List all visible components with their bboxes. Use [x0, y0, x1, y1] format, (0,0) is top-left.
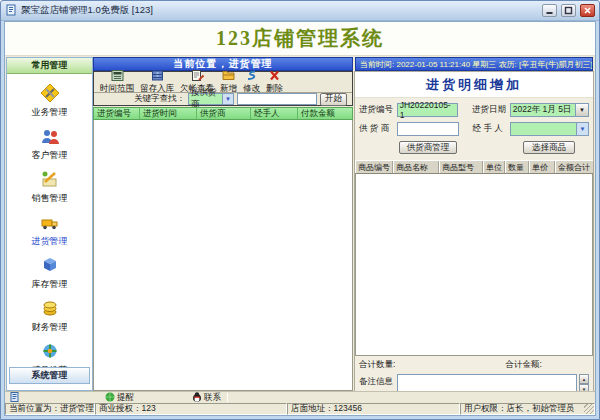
- handler-label: 经 手 人: [473, 123, 509, 135]
- globe-icon: [105, 392, 115, 404]
- app-icon: [5, 4, 17, 18]
- chevron-down-icon[interactable]: ▼: [576, 123, 588, 135]
- chevron-down-icon[interactable]: ▼: [222, 94, 233, 104]
- sidebar-item-label: 业务管理: [32, 106, 68, 119]
- column-header[interactable]: 金额合计: [555, 161, 593, 173]
- box-icon: [40, 255, 60, 277]
- bottom-toolbar: 提醒 联系: [5, 391, 595, 403]
- items-grid-body[interactable]: [355, 174, 593, 356]
- sidebar-group-system[interactable]: 系统管理: [9, 367, 90, 384]
- sidebar-item-label: 进货管理: [32, 235, 68, 248]
- column-header[interactable]: 商品型号: [439, 161, 483, 173]
- contact-button[interactable]: 联系: [192, 392, 221, 404]
- sidebar-items: 业务管理 客户管理 销售管理 进货管理 库存管理: [7, 74, 92, 379]
- sidebar: 常用管理 业务管理 客户管理 销售管理 进货管理: [6, 57, 93, 391]
- globe-flower-icon: [40, 341, 60, 363]
- search-start-button[interactable]: 开始: [320, 93, 347, 106]
- column-header[interactable]: 商品编号: [355, 161, 393, 173]
- window-title: 聚宝盆店铺管理1.0免费版 [123]: [21, 4, 538, 17]
- detail-panel-title: 进货明细增加: [355, 72, 593, 98]
- business-icon: [40, 83, 60, 105]
- location-bar: 当前位置，进货管理: [93, 57, 353, 71]
- detail-row-1: 进货编号 JH20220105-1 进货日期 2022年 1月 5日 ▼: [355, 103, 593, 117]
- sidebar-item-purchase[interactable]: 进货管理: [15, 210, 85, 250]
- maximize-button[interactable]: [561, 4, 576, 17]
- app-title: 123店铺管理系统: [216, 25, 384, 52]
- column-header[interactable]: 进货时间: [140, 108, 197, 119]
- delete-button[interactable]: 删除: [266, 70, 283, 95]
- titlebar: 聚宝盆店铺管理1.0免费版 [123]: [1, 1, 599, 21]
- delete-x-icon: [268, 70, 281, 83]
- column-header[interactable]: 进货编号: [94, 108, 140, 119]
- column-header[interactable]: 经手人: [251, 108, 298, 119]
- sidebar-item-inventory[interactable]: 库存管理: [15, 253, 85, 293]
- truck-icon: [40, 212, 60, 234]
- purchase-date-combo[interactable]: 2022年 1月 5日 ▼: [510, 103, 589, 117]
- sidebar-item-label: 财务管理: [32, 321, 68, 334]
- app-banner: 123店铺管理系统: [5, 22, 595, 56]
- remark-label: 备注信息: [359, 374, 395, 388]
- purchase-no-field: JH20220105-1: [397, 103, 458, 117]
- chevron-down-icon[interactable]: ▼: [575, 104, 588, 116]
- items-grid-header: 商品编号 商品名称 商品型号 单位 数量 单价 金额合计: [355, 160, 593, 174]
- handler-combo[interactable]: ▼: [510, 122, 589, 136]
- log-icon[interactable]: [10, 392, 20, 404]
- supplier-input[interactable]: [397, 122, 459, 136]
- sidebar-item-sales[interactable]: 销售管理: [15, 167, 85, 207]
- app-window: 聚宝盆店铺管理1.0免费版 [123] 123店铺管理系统 当前位置，进货管理 …: [0, 0, 600, 420]
- detail-row-2: 供 货 商 经 手 人 ▼: [355, 122, 593, 136]
- datetime-bar: 当前时间: 2022-01-05 11:21:40 星期三 农历: [辛丑年(牛…: [355, 57, 593, 71]
- ledger-icon: [191, 70, 204, 83]
- toolbar: 时间范围 留存入库 欠帐查看 新增 修改: [94, 72, 352, 92]
- minimize-button[interactable]: [542, 4, 557, 17]
- select-product-button[interactable]: 选择商品: [523, 141, 575, 154]
- sidebar-item-label: 销售管理: [32, 192, 68, 205]
- sidebar-group-common[interactable]: 常用管理: [7, 58, 92, 74]
- detail-buttons-row: 供货商管理 选择商品: [355, 141, 593, 154]
- status-permission: 用户权限：店长，初始管理员: [460, 403, 595, 415]
- supplier-manage-button[interactable]: 供货商管理: [399, 141, 457, 154]
- time-range-button[interactable]: 时间范围: [100, 70, 134, 95]
- client-area: 123店铺管理系统 当前位置，进货管理 当前时间: 2022-01-05 11:…: [4, 21, 596, 416]
- total-qty-label: 合计数量:: [359, 359, 395, 371]
- status-license: 商业授权：123: [95, 403, 287, 415]
- column-header[interactable]: 商品名称: [393, 161, 439, 173]
- detail-panel: 进货明细增加 进货编号 JH20220105-1 进货日期 2022年 1月 5…: [354, 71, 594, 400]
- search-type-combo[interactable]: 按供货商 ▼: [188, 93, 234, 105]
- search-label: 关键字查找：: [134, 93, 185, 105]
- folder-icon: [222, 70, 235, 83]
- status-location: 当前位置为：进货管理: [5, 403, 95, 415]
- spin-up-icon[interactable]: ▲: [579, 374, 589, 384]
- sales-icon: [40, 169, 60, 191]
- toolbar-box: 时间范围 留存入库 欠帐查看 新增 修改: [93, 71, 353, 106]
- datetime-text: 当前时间: 2022-01-05 11:21:40 星期三 农历: [辛丑年(牛…: [360, 59, 593, 70]
- search-input[interactable]: [237, 93, 317, 105]
- status-bar: 当前位置为：进货管理 商业授权：123 店面地址：123456 用户权限：店长，…: [5, 403, 595, 415]
- sidebar-item-label: 库存管理: [32, 278, 68, 291]
- column-header[interactable]: 供货商: [197, 108, 251, 119]
- purchase-date-label: 进货日期: [472, 104, 508, 116]
- supplier-label: 供 货 商: [359, 123, 395, 135]
- column-header[interactable]: 单价: [529, 161, 555, 173]
- column-header[interactable]: 付款金额: [298, 108, 352, 119]
- cabinet-icon: [151, 70, 164, 83]
- close-button[interactable]: [580, 4, 595, 17]
- column-header[interactable]: 单位: [483, 161, 505, 173]
- resize-grip[interactable]: [584, 404, 594, 414]
- purchase-no-label: 进货编号: [359, 104, 395, 116]
- store-in-button[interactable]: 留存入库: [140, 70, 174, 95]
- penguin-icon: [192, 392, 202, 404]
- column-header[interactable]: 数量: [505, 161, 529, 173]
- sidebar-item-finance[interactable]: 财务管理: [15, 296, 85, 336]
- remind-button[interactable]: 提醒: [105, 392, 134, 404]
- divider: [227, 393, 228, 402]
- sidebar-item-label: 客户管理: [32, 149, 68, 162]
- customers-icon: [40, 126, 60, 148]
- modify-button[interactable]: 修改: [243, 70, 260, 95]
- add-button[interactable]: 新增: [220, 70, 237, 95]
- purchase-list-body[interactable]: [93, 120, 353, 391]
- sidebar-item-customers[interactable]: 客户管理: [15, 124, 85, 164]
- location-text: 当前位置，进货管理: [174, 57, 273, 71]
- status-address: 店面地址：123456: [287, 403, 460, 415]
- sidebar-item-business[interactable]: 业务管理: [15, 81, 85, 121]
